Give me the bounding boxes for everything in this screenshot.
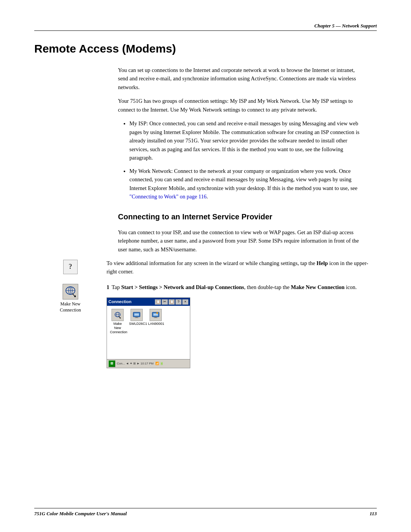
bullet-list: My ISP: Once connected, you can send and… [126,119,365,201]
network-icon [62,284,78,300]
make-new-connection-item[interactable]: Make NewConnection [110,309,125,334]
help-icon-col: ? [34,259,107,274]
section-heading: Connecting to an Internet Service Provid… [118,212,365,221]
intro-para-1: You can set up connections to the Intern… [118,66,365,91]
svg-point-20 [156,312,158,314]
bullet-item-2: My Work Network: Connect to the network … [129,167,365,201]
content-area: You can set up connections to the Intern… [118,66,365,254]
help-icon: ? [63,260,78,274]
network-icon-caption: Make NewConnection [60,301,81,313]
help-text-col: To view additional information for any s… [107,259,377,276]
swld26c1-icon [131,309,143,321]
copy-btn[interactable]: 📋 [155,299,161,305]
intro-para-2: Your 751G has two groups of connection s… [118,97,365,114]
step1-icon-col: Make NewConnection [34,283,107,313]
bullet2-text-start: My Work Network: Connect to the network … [129,168,357,191]
swld26c1-label: SWLD26C1 [129,322,144,326]
taskbar-icons: 📶 🔋 [155,361,164,366]
svg-rect-19 [154,318,158,318]
screenshot-mockup: Connection 📋 ✂ 📋 ? × [107,297,190,368]
step-number: 1 [107,283,109,291]
start-button[interactable]: ⊞ [108,360,115,367]
step1-bold1: Start > Settings > Network and Dial-up C… [121,284,244,290]
help-text: To view additional information for any s… [107,259,377,276]
cut-btn[interactable]: ✂ [162,299,168,305]
svg-rect-13 [134,313,139,316]
footer-left: 751G Color Mobile Computer User's Manual [34,511,127,517]
chapter-header: Chapter 5 — Network Support [34,23,377,31]
step1-row: Make NewConnection 1 Tap Start > Setting… [34,283,377,368]
taskbar-info: Con... ◄ ✦ ⊞ ► 10:17 PM [117,361,154,366]
bullet2-text-end: . [207,193,208,200]
lan90001-item[interactable]: LAN90001 [148,309,163,334]
page-title: Remote Access (Modems) [34,42,377,55]
lan90001-label: LAN90001 [148,322,163,326]
screenshot-taskbar: ⊞ Con... ◄ ✦ ⊞ ► 10:17 PM 📶 🔋 [107,359,190,368]
screenshot-title: Connection [108,299,132,305]
bullet1-text: My ISP: Once connected, you can send and… [129,120,359,161]
step1-instruction: Tap Start > Settings > Network and Dial-… [112,283,357,291]
isp-para: You can connect to your ISP, and use the… [118,228,365,254]
lan90001-icon [150,309,162,321]
make-new-connection-icon [112,309,124,321]
work-link[interactable]: "Connecting to Work" on page 116 [129,193,207,200]
make-new-connection-label: Make NewConnection [110,322,125,334]
close-btn[interactable]: × [182,299,188,305]
svg-rect-18 [155,317,157,318]
screenshot-content: Make NewConnection [107,306,190,359]
step1-text-col: 1 Tap Start > Settings > Network and Dia… [107,283,377,368]
step1-bold2: Make New Connection [291,284,344,290]
bullet-item-1: My ISP: Once connected, you can send and… [129,119,365,162]
paste-btn[interactable]: 📋 [169,299,175,305]
screenshot-titlebar: Connection 📋 ✂ 📋 ? × [107,298,190,306]
titlebar-buttons: 📋 ✂ 📋 ? × [155,299,188,305]
svg-rect-14 [135,317,138,318]
step1-content: 1 Tap Start > Settings > Network and Dia… [107,283,377,291]
footer-right: 113 [370,511,377,517]
icon-grid: Make NewConnection [110,309,187,334]
swld26c1-item[interactable]: SWLD26C1 [129,309,144,334]
page-footer: 751G Color Mobile Computer User's Manual… [34,508,377,517]
help-row: ? To view additional information for any… [34,259,377,276]
chapter-title: Chapter 5 — Network Support [314,23,377,29]
help-btn[interactable]: ? [175,299,182,305]
page: Chapter 5 — Network Support Remote Acces… [0,0,411,532]
svg-rect-15 [135,318,139,318]
